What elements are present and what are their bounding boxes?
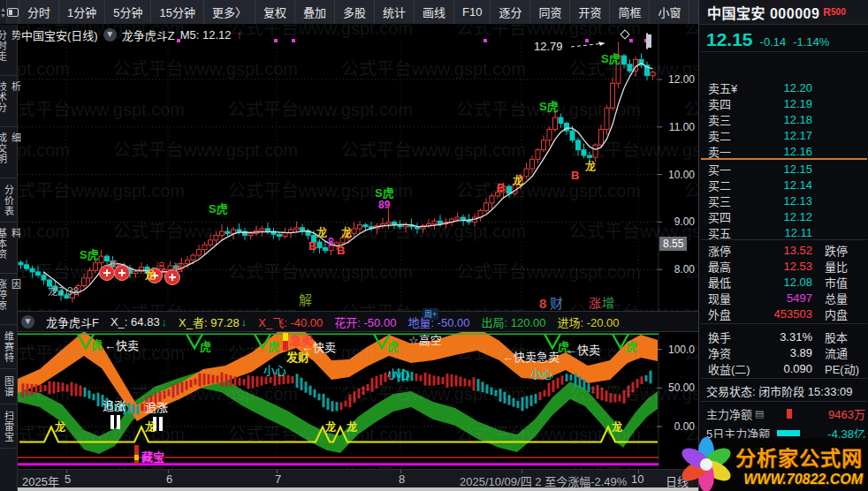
toolbar-item-叠加[interactable]: 叠加 [295, 0, 335, 24]
toolbar-item-F10[interactable]: F10 [454, 0, 491, 24]
main-flow-row: 主力净额 ▤ 9463万 [699, 404, 868, 422]
toolbar-item-统计[interactable]: 统计 [375, 0, 415, 24]
stock-title: 中国宝安 000009 [707, 2, 819, 23]
price-change: -0.14 [760, 35, 787, 49]
bid-row-1: 买一12.15 [699, 161, 868, 177]
restoration-badge-value: 500 [831, 7, 846, 17]
toolbar-item-多股[interactable]: 多股 [335, 0, 375, 24]
timeline-tick [400, 470, 401, 473]
indicator-param: X_飞: -40.00 [258, 313, 323, 330]
sidebar-item-分价表[interactable]: 分价表 [0, 178, 17, 223]
sidebar-item-技术分析[interactable]: 技术分析 [0, 76, 17, 127]
toolbar-item-开资[interactable]: 开资 [570, 0, 610, 24]
timeline-month-5: 5 [65, 472, 71, 486]
price-change-percent: -1.14% [793, 35, 829, 49]
sidebar-item-基本资料[interactable]: 基本资料 [0, 223, 17, 274]
timeline-tick [277, 470, 278, 473]
toolbar-item-1分钟[interactable]: 1分钟 [59, 0, 105, 24]
bid-row-2: 买二12.14 [699, 177, 868, 193]
bid-row-5: 买五12.11 [699, 224, 868, 240]
timeline-tick [638, 470, 639, 473]
list-icon[interactable]: ▤ [755, 408, 764, 419]
period-badge: 周+ [423, 308, 438, 320]
window-split-icon[interactable] [7, 0, 19, 24]
top-toolbar: ▲▼ 分时1分钟5分钟15分钟更多〉复权叠加多股统计画线F10逐分同资开资简框小… [0, 0, 698, 25]
up-arrow-icon[interactable]: ▲ [0, 6, 6, 12]
indicator-param: 地量: -50.00 [407, 313, 469, 330]
toolbar-item-画线[interactable]: 画线 [415, 0, 454, 24]
chevron-down-icon[interactable]: ▼ [103, 28, 117, 42]
flow5-bar-icon [777, 430, 800, 436]
sidebar-item-扫雷宝[interactable]: 扫雷宝 [0, 404, 17, 449]
stat-row-最高: 最高12.53量比 [699, 258, 868, 274]
timeline-month-10: 10 [631, 472, 643, 486]
toolbar-item-更多〉[interactable]: 更多〉 [204, 0, 255, 24]
down-arrow-icon[interactable]: ▼ [0, 12, 6, 19]
indicator-param: 花开: -50.00 [334, 313, 396, 330]
quote-panel: 12.15 -0.14 -1.14% 卖五¥12.20卖四12.19卖三12.1… [698, 25, 868, 491]
toolbar-item-小窗[interactable]: 小窗 [650, 0, 689, 24]
timeline-month-6: 6 [166, 472, 172, 486]
stat-row-外盘: 外盘453503内盘 [699, 306, 868, 321]
stat-row-换手: 换手3.31%股本 [699, 329, 868, 344]
last-price: 12.15 [706, 29, 753, 50]
timeline-month-7: 7 [275, 472, 281, 486]
stat-row-收益(二): 收益(二)0.090PE(动) [699, 360, 868, 376]
toolbar-item-复权[interactable]: 复权 [255, 0, 295, 24]
indicator-name: 龙争虎斗F [46, 313, 99, 330]
restoration-badge: R [823, 6, 831, 19]
chevron-down-icon[interactable]: ▼ [21, 315, 34, 329]
sidebar-item-涨停原因[interactable]: 涨停原因 [0, 274, 17, 325]
toolbar-item-同资[interactable]: 同资 [530, 0, 570, 24]
bid-ask-divider [701, 158, 867, 160]
toolbar-item-简框[interactable]: 简框 [610, 0, 650, 24]
site-logo-title: 分析家公式网 [735, 442, 863, 472]
stat-row-涨停: 涨停13.52跌停 [699, 242, 868, 258]
trend-up-arrow: ↑ [236, 28, 242, 42]
chart-title: 中国宝安(日线) [21, 26, 98, 43]
sidebar-item-分时走势[interactable]: 分时走势 [0, 25, 17, 76]
sidebar-item-成交明细[interactable]: 成交明细 [0, 127, 17, 178]
main-chart-header: 中国宝安(日线) ▼ 龙争虎斗Z M5: 12.12 ↑ [21, 26, 242, 42]
stock-header: 中国宝安 000009 R 500 [698, 0, 868, 25]
stat-row-现量: 现量5497总量 [699, 290, 868, 306]
stat-row-净资: 净资3.89流通 [699, 344, 868, 360]
toolbar-item-5分钟[interactable]: 5分钟 [105, 0, 151, 24]
ma-label: M5: 12.12 [180, 28, 232, 42]
pane-split-icon[interactable] [646, 34, 648, 49]
site-logo-url: WWW.70822.COM [743, 472, 863, 487]
ask-row-5: 卖五¥12.20 [699, 79, 868, 95]
stat-row-最低: 最低12.08市值 [699, 274, 868, 290]
indicator-param: 进场: -20.00 [557, 313, 619, 330]
timeline-axis[interactable]: 2025年 2025/10/09/四 2 至今涨幅-2.49% 日线 56781… [0, 469, 698, 487]
toolbar-item-逐分[interactable]: 逐分 [491, 0, 530, 24]
indicator-header: ▼ 龙争虎斗F X_: 64.83↓X_者: 97.28↓X_飞: -40.00… [18, 311, 698, 332]
sidebar-item-图谱[interactable]: 图谱 [0, 369, 17, 404]
trading-status-row: 交易状态: 闭市阶段 15:33:09 [699, 381, 868, 399]
ask-row-1: 卖一12.16 [699, 143, 868, 159]
ask-row-3: 卖三12.18 [699, 111, 868, 127]
toolbar-item-15分钟[interactable]: 15分钟 [151, 0, 203, 24]
timeline-month-8: 8 [399, 472, 405, 486]
indicator-params: X_: 64.83↓X_者: 97.28↓X_飞: -40.00花开: -50.… [110, 313, 620, 330]
indicator-param: X_者: 97.28↓ [179, 313, 247, 330]
left-sidebar: 分时走势技术分析成交明细分价表基本资料涨停原因维赛特图谱扫雷宝 [0, 25, 18, 491]
bid-row-3: 买三12.13 [699, 193, 868, 208]
toolbar-item-分时[interactable]: 分时 [19, 0, 59, 24]
indicator-param: X_: 64.83↓ [110, 313, 167, 330]
ask-row-4: 卖四12.19 [699, 95, 868, 111]
flower-logo-icon [677, 436, 735, 491]
sidebar-item-维赛特[interactable]: 维赛特 [0, 325, 17, 369]
indicator-param: 出局: 120.00 [481, 313, 545, 330]
timeline-tick [66, 470, 67, 473]
trading-app-window: 公式平台www.gspt.com公式平台www.gspt.com公式平台www.… [0, 0, 868, 491]
timeline-tick [168, 470, 169, 473]
ask-row-2: 卖二12.17 [699, 127, 868, 143]
last-price-row: 12.15 -0.14 -1.14% [706, 29, 829, 50]
overlay-indicator-name: 龙争虎斗Z [122, 26, 175, 43]
timeline-tick [522, 470, 522, 473]
toolbar-items: 分时1分钟5分钟15分钟更多〉复权叠加多股统计画线F10逐分同资开资简框小窗标记… [19, 0, 816, 24]
scroll-arrows[interactable]: ▲▼ [0, 0, 7, 24]
bid-row-4: 买四12.12 [699, 208, 868, 224]
